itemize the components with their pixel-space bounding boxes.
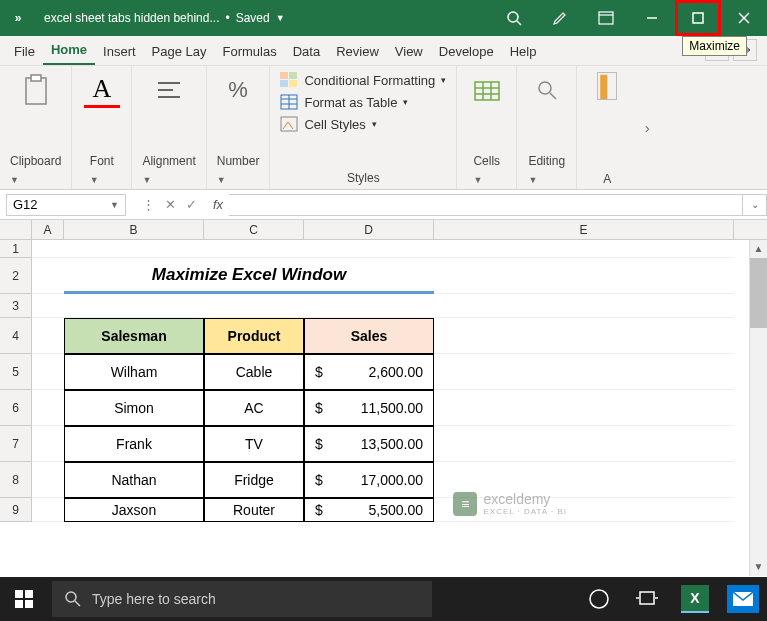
cell-salesman[interactable]: Nathan <box>64 462 204 498</box>
grid: A B C D E 1 2 Maximize Excel Window 3 4 … <box>0 220 767 576</box>
tab-help[interactable]: Help <box>502 38 545 65</box>
format-as-table-button[interactable]: Format as Table ▾ <box>280 94 446 110</box>
svg-line-1 <box>517 21 521 25</box>
editing-icon[interactable] <box>529 72 565 108</box>
styles-group-label: Styles <box>280 169 446 187</box>
vdots-icon: ⋮ <box>142 197 155 212</box>
row-header[interactable]: 1 <box>0 240 32 258</box>
row-header[interactable]: 7 <box>0 426 32 462</box>
sheet-title[interactable]: Maximize Excel Window <box>64 258 434 294</box>
font-icon[interactable]: A <box>84 72 120 108</box>
scroll-thumb[interactable] <box>750 258 767 328</box>
scroll-down-icon[interactable]: ▼ <box>750 558 767 576</box>
clipboard-icon[interactable] <box>18 72 54 108</box>
cell-salesman[interactable]: Jaxson <box>64 498 204 522</box>
row-header[interactable]: 8 <box>0 462 32 498</box>
cancel-icon[interactable]: ✕ <box>165 197 176 212</box>
number-icon[interactable]: % <box>220 72 256 108</box>
vertical-scrollbar[interactable]: ▲ ▼ <box>749 240 767 576</box>
header-salesman[interactable]: Salesman <box>64 318 204 354</box>
cell-product[interactable]: Router <box>204 498 304 522</box>
svg-rect-23 <box>475 82 499 100</box>
dropdown-icon[interactable]: ▼ <box>276 13 285 23</box>
cell-styles-button[interactable]: Cell Styles ▾ <box>280 116 446 132</box>
select-all-corner[interactable] <box>0 220 32 239</box>
close-button[interactable] <box>721 0 767 36</box>
conditional-formatting-button[interactable]: Conditional Formatting ▾ <box>280 72 446 88</box>
ribbon-overflow[interactable]: › <box>637 66 657 189</box>
cortana-icon[interactable] <box>575 577 623 621</box>
cell-sales[interactable]: $11,500.00 <box>304 390 434 426</box>
watermark-tag: EXCEL · DATA · BI <box>483 507 567 516</box>
col-header-e[interactable]: E <box>434 220 734 239</box>
row-header[interactable]: 2 <box>0 258 32 294</box>
chevron-down-icon[interactable]: ▼ <box>142 175 151 185</box>
svg-rect-31 <box>25 590 33 598</box>
col-header-c[interactable]: C <box>204 220 304 239</box>
row-header[interactable]: 5 <box>0 354 32 390</box>
taskbar-mail[interactable] <box>719 577 767 621</box>
header-product[interactable]: Product <box>204 318 304 354</box>
taskbar-search[interactable]: Type here to search <box>52 581 432 617</box>
formula-bar-expand[interactable]: ⌄ <box>743 194 767 216</box>
cell-sales[interactable]: $5,500.00 <box>304 498 434 522</box>
search-icon[interactable] <box>491 0 537 36</box>
alignment-icon[interactable] <box>151 72 187 108</box>
row-header[interactable]: 3 <box>0 294 32 318</box>
cell-salesman[interactable]: Simon <box>64 390 204 426</box>
row-7: 7 Frank TV $13,500.00 <box>0 426 767 462</box>
cells-icon[interactable] <box>469 72 505 108</box>
tab-formulas[interactable]: Formulas <box>215 38 285 65</box>
chevron-down-icon[interactable]: ▼ <box>217 175 226 185</box>
row-header[interactable]: 4 <box>0 318 32 354</box>
name-box[interactable]: G12 ▼ <box>6 194 126 216</box>
ribbon-mode-icon[interactable] <box>583 0 629 36</box>
row-6: 6 Simon AC $11,500.00 <box>0 390 767 426</box>
tab-review[interactable]: Review <box>328 38 387 65</box>
chevron-down-icon[interactable]: ▼ <box>473 175 482 185</box>
chevron-down-icon[interactable]: ▼ <box>90 175 99 185</box>
cell-sales[interactable]: $13,500.00 <box>304 426 434 462</box>
tab-view[interactable]: View <box>387 38 431 65</box>
chevron-down-icon[interactable]: ▼ <box>528 175 537 185</box>
cell-sales[interactable]: $2,600.00 <box>304 354 434 390</box>
autosave-toggle[interactable]: » <box>0 11 36 25</box>
taskview-icon[interactable] <box>623 577 671 621</box>
name-box-value: G12 <box>13 197 38 212</box>
cell-salesman[interactable]: Wilham <box>64 354 204 390</box>
minimize-button[interactable] <box>629 0 675 36</box>
taskbar-excel[interactable]: X <box>671 577 719 621</box>
cell-product[interactable]: TV <box>204 426 304 462</box>
enter-icon[interactable]: ✓ <box>186 197 197 212</box>
col-header-a[interactable]: A <box>32 220 64 239</box>
col-header-b[interactable]: B <box>64 220 204 239</box>
column-headers: A B C D E <box>0 220 767 240</box>
tab-data[interactable]: Data <box>285 38 328 65</box>
addins-icon[interactable]: ▌ <box>597 72 617 100</box>
cell-salesman[interactable]: Frank <box>64 426 204 462</box>
chevron-down-icon[interactable]: ▼ <box>110 200 119 210</box>
tab-insert[interactable]: Insert <box>95 38 144 65</box>
chevron-down-icon[interactable]: ▼ <box>10 175 19 185</box>
cell-product[interactable]: Cable <box>204 354 304 390</box>
scroll-up-icon[interactable]: ▲ <box>750 240 767 258</box>
cell-sales[interactable]: $17,000.00 <box>304 462 434 498</box>
tab-pagelayout[interactable]: Page Lay <box>144 38 215 65</box>
row-header[interactable]: 9 <box>0 498 32 522</box>
svg-point-34 <box>66 592 76 602</box>
fx-label[interactable]: fx <box>207 197 229 212</box>
cell-product[interactable]: AC <box>204 390 304 426</box>
start-button[interactable] <box>0 577 48 621</box>
ribbon: Clipboard▼ A Font▼ Alignment▼ % Number▼ … <box>0 66 767 190</box>
pen-icon[interactable] <box>537 0 583 36</box>
maximize-button[interactable] <box>675 0 721 36</box>
header-sales[interactable]: Sales <box>304 318 434 354</box>
titlebar: » excel sheet tabs hidden behind... • Sa… <box>0 0 767 36</box>
cell-product[interactable]: Fridge <box>204 462 304 498</box>
tab-home[interactable]: Home <box>43 36 95 65</box>
tab-file[interactable]: File <box>6 38 43 65</box>
col-header-d[interactable]: D <box>304 220 434 239</box>
formula-bar[interactable] <box>229 194 743 216</box>
row-header[interactable]: 6 <box>0 390 32 426</box>
tab-developer[interactable]: Develope <box>431 38 502 65</box>
